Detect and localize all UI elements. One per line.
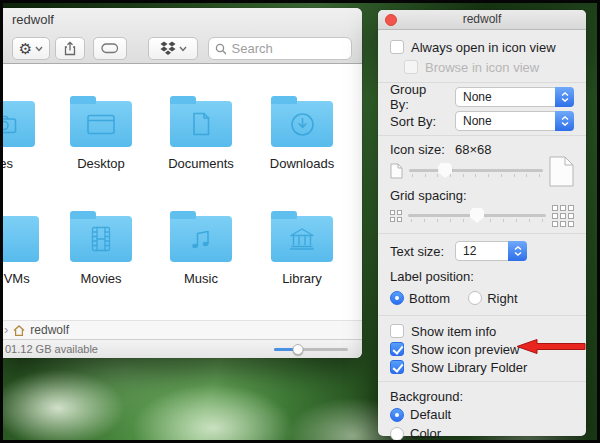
always-open-checkbox[interactable] xyxy=(390,40,404,54)
icon-size-slider[interactable] xyxy=(409,163,543,179)
desktop: redwolf ⚙ xyxy=(0,0,600,443)
share-button[interactable] xyxy=(55,37,85,60)
always-open-row[interactable]: Always open in icon view xyxy=(378,37,586,57)
group-by-value: None xyxy=(463,90,492,104)
popup-stepper-icon xyxy=(555,111,574,131)
text-size-label: Text size: xyxy=(390,244,448,259)
download-icon xyxy=(290,112,315,137)
available-space-text: 01.12 GB available xyxy=(5,343,98,355)
popup-stepper-icon xyxy=(508,241,527,261)
show-item-info-label: Show item info xyxy=(411,324,496,339)
sort-by-value: None xyxy=(463,114,492,128)
path-chevron: › xyxy=(4,322,8,337)
close-button[interactable] xyxy=(385,14,397,26)
show-icon-preview-checkbox[interactable] xyxy=(390,342,404,356)
folder-icon xyxy=(170,216,232,262)
label-position-right-label: Right xyxy=(487,291,517,306)
sort-by-label: Sort By: xyxy=(390,114,448,129)
background-default-row[interactable]: Default xyxy=(378,405,586,424)
finder-window: redwolf ⚙ xyxy=(3,8,362,358)
background-default-label: Default xyxy=(410,407,451,422)
grid-spacing-slider-row xyxy=(378,203,586,229)
browse-icon-view-label: Browse in icon view xyxy=(425,60,539,75)
panel-titlebar: redwolf xyxy=(378,10,586,30)
show-library-folder-checkbox[interactable] xyxy=(390,360,404,374)
folder-label: Movies xyxy=(63,271,139,286)
panel-title: redwolf xyxy=(463,12,502,26)
sort-by-popup[interactable]: None xyxy=(455,111,574,131)
folder-documents[interactable]: Documents xyxy=(163,95,239,171)
icon-size-value: 68×68 xyxy=(455,142,492,157)
section-background: Background: Default Color Picture xyxy=(378,382,586,443)
folder-music[interactable]: Music xyxy=(163,210,239,286)
text-size-popup[interactable]: 12 xyxy=(455,241,527,261)
grid-spacing-slider[interactable] xyxy=(408,208,546,224)
show-library-folder-label: Show Library Folder xyxy=(411,360,527,375)
label-position-bottom-radio[interactable] xyxy=(390,291,404,305)
path-bar[interactable]: › redwolf xyxy=(3,320,362,339)
folder-label: Downloads xyxy=(264,156,340,171)
window-icon xyxy=(87,114,115,135)
large-grid-icon xyxy=(552,205,574,227)
grid-spacing-label: Grid spacing: xyxy=(390,188,467,203)
path-location: redwolf xyxy=(30,323,69,337)
folder-movies[interactable]: Movies xyxy=(63,210,139,286)
camera-icon xyxy=(3,114,17,134)
text-size-value: 12 xyxy=(463,244,476,258)
folder-icon xyxy=(70,216,132,262)
folder-icon xyxy=(70,101,132,147)
folder-virtualbox-vms-cut[interactable]: ox VMs xyxy=(3,210,46,286)
folder-label: Music xyxy=(163,271,239,286)
small-document-icon xyxy=(390,163,403,179)
folder-downloads[interactable]: Downloads xyxy=(264,95,340,171)
dropbox-icon xyxy=(160,41,176,56)
section-text: Text size: 12 Label position: Bottom Rig… xyxy=(378,234,586,315)
icon-zoom-slider[interactable] xyxy=(274,348,348,351)
background-color-label: Color xyxy=(410,426,441,441)
background-color-row[interactable]: Color xyxy=(378,424,586,443)
dropbox-menu-button[interactable] xyxy=(148,37,198,60)
search-field[interactable] xyxy=(208,37,352,60)
sort-by-row: Sort By: None xyxy=(378,111,586,131)
action-menu-button[interactable]: ⚙ xyxy=(12,37,50,60)
folder-label: Documents xyxy=(163,156,239,171)
folder-label: Library xyxy=(264,271,340,286)
background-color-radio[interactable] xyxy=(390,427,404,441)
label-position-right-radio[interactable] xyxy=(468,291,482,305)
small-grid-icon xyxy=(390,210,402,222)
folder-label: Desktop xyxy=(63,156,139,171)
browse-icon-view-checkbox xyxy=(404,60,418,74)
folder-label: ox VMs xyxy=(3,271,46,286)
show-icon-preview-label: Show icon preview xyxy=(411,342,519,357)
label-position-options: Bottom Right xyxy=(378,288,586,308)
music-note-icon xyxy=(189,228,213,251)
chevron-down-icon xyxy=(35,46,43,52)
show-item-info-checkbox[interactable] xyxy=(390,324,404,338)
folder-icon xyxy=(3,216,39,262)
home-icon xyxy=(12,324,26,337)
show-library-folder-row[interactable]: Show Library Folder xyxy=(378,358,586,376)
slider-ticks xyxy=(412,174,540,177)
bank-icon xyxy=(289,227,315,251)
label-position-row: Label position: xyxy=(378,268,586,284)
label-position-label: Label position: xyxy=(390,269,474,284)
slider-thumb[interactable] xyxy=(293,344,304,355)
icon-size-slider-row xyxy=(378,157,586,185)
browse-icon-view-row: Browse in icon view xyxy=(378,57,586,77)
text-size-row: Text size: 12 xyxy=(378,241,586,261)
tag-button[interactable] xyxy=(93,37,127,60)
folder-pictures-cut[interactable]: res xyxy=(3,95,42,171)
status-bar: 01.12 GB available xyxy=(3,339,362,358)
grid-spacing-label-row: Grid spacing: xyxy=(378,187,586,203)
group-by-row: Group By: None xyxy=(378,87,586,107)
label-position-bottom-label: Bottom xyxy=(409,291,450,306)
folder-library[interactable]: Library xyxy=(264,210,340,286)
folder-icon xyxy=(271,216,333,262)
slider-track[interactable] xyxy=(409,169,543,172)
group-by-popup[interactable]: None xyxy=(455,87,574,107)
search-input[interactable] xyxy=(230,40,345,57)
folder-label: res xyxy=(3,156,42,171)
share-icon xyxy=(63,41,77,56)
background-default-radio[interactable] xyxy=(390,408,404,422)
folder-desktop[interactable]: Desktop xyxy=(63,95,139,171)
